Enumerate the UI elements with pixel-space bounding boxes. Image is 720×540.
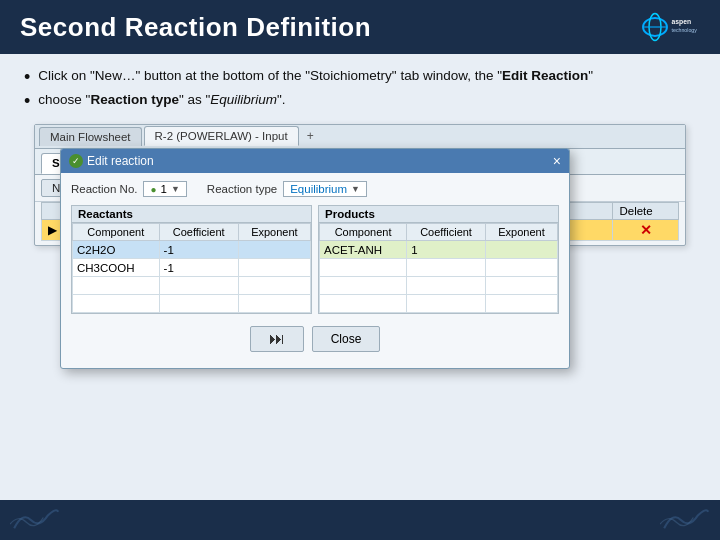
svg-text:aspen: aspen (672, 18, 692, 26)
products-header: Products (319, 206, 558, 223)
product-3-component (320, 277, 407, 295)
reaction-no-check-icon: ● (150, 184, 156, 195)
logo-area: aspen technology (640, 9, 700, 45)
products-table: Component Coefficient Exponent ACET-ANH … (319, 223, 558, 313)
dialog-body: Reaction No. ● 1 ▼ Reaction type Equilib… (61, 173, 569, 368)
reaction-type-dropdown-icon: ▼ (351, 184, 360, 194)
dialog-title: Edit reaction (87, 154, 154, 168)
reactants-col-component: Component (73, 224, 160, 241)
reaction-no-value-box[interactable]: ● 1 ▼ (143, 181, 186, 197)
dialog-top-row: Reaction No. ● 1 ▼ Reaction type Equilib… (71, 181, 559, 197)
product-2-coefficient (407, 259, 486, 277)
dialog-title-area: ✓ Edit reaction (69, 154, 154, 168)
panels-row: Reactants Component Coefficient Exponent… (71, 205, 559, 314)
edit-reaction-dialog: ✓ Edit reaction × Reaction No. ● 1 ▼ Rea… (60, 148, 570, 369)
col-header-delete: Delete (613, 202, 679, 219)
bottom-left-decoration (10, 505, 60, 535)
reaction-type-label: Reaction type (207, 183, 277, 195)
close-button[interactable]: Close (312, 326, 381, 352)
header: Second Reaction Definition aspen technol… (0, 0, 720, 54)
tab-bar: Main Flowsheet R-2 (POWERLAW) - Input + (35, 125, 685, 149)
table-row[interactable]: CH3COOH -1 (73, 259, 311, 277)
bottom-right-decoration (660, 505, 710, 535)
products-col-component: Component (320, 224, 407, 241)
reactant-4-component (73, 295, 160, 313)
product-1-component: ACET-ANH (320, 241, 407, 259)
bottom-decoration (0, 500, 720, 540)
reaction-type-value: Equilibrium (290, 183, 347, 195)
reaction-no-group: Reaction No. ● 1 ▼ (71, 181, 187, 197)
table-row[interactable]: ACET-ANH 1 (320, 241, 558, 259)
product-3-exponent (485, 277, 557, 295)
product-4-component (320, 295, 407, 313)
reaction-no-dropdown-icon: ▼ (171, 184, 180, 194)
reactant-1-component: C2H2O (73, 241, 160, 259)
bullet-dot-2: • (24, 92, 30, 112)
reactant-3-coefficient (159, 277, 238, 295)
aspentech-logo-icon: aspen technology (640, 9, 700, 45)
reactant-1-coefficient: -1 (159, 241, 238, 259)
product-1-exponent (485, 241, 557, 259)
table-row[interactable]: C2H2O -1 (73, 241, 311, 259)
table-row[interactable] (320, 259, 558, 277)
bullet-text-2: choose "Reaction type" as "Equilibrium". (38, 92, 285, 107)
next-icon: ⏭ (269, 330, 285, 347)
reactant-2-coefficient: -1 (159, 259, 238, 277)
tab-r2-input[interactable]: R-2 (POWERLAW) - Input (144, 126, 299, 146)
product-2-component (320, 259, 407, 277)
product-2-exponent (485, 259, 557, 277)
svg-text:technology: technology (672, 27, 698, 33)
reactants-col-exponent: Exponent (238, 224, 310, 241)
product-3-coefficient (407, 277, 486, 295)
reaction-no-label: Reaction No. (71, 183, 137, 195)
product-4-exponent (485, 295, 557, 313)
table-row[interactable] (320, 277, 558, 295)
product-1-coefficient: 1 (407, 241, 486, 259)
products-panel: Products Component Coefficient Exponent … (318, 205, 559, 314)
reactant-4-coefficient (159, 295, 238, 313)
tab-main-flowsheet[interactable]: Main Flowsheet (39, 127, 142, 146)
bullet-text-1: Click on "New…" button at the bottom of … (38, 68, 593, 83)
table-row[interactable] (73, 295, 311, 313)
reactant-3-component (73, 277, 160, 295)
bullet-item-1: • Click on "New…" button at the bottom o… (24, 68, 696, 88)
reactants-panel: Reactants Component Coefficient Exponent… (71, 205, 312, 314)
bullet-list: • Click on "New…" button at the bottom o… (24, 68, 696, 112)
reactants-header: Reactants (72, 206, 311, 223)
table-row[interactable] (73, 277, 311, 295)
table-row[interactable] (320, 295, 558, 313)
reactants-table: Component Coefficient Exponent C2H2O -1 … (72, 223, 311, 313)
dialog-close-button[interactable]: × (553, 153, 561, 169)
products-col-exponent: Exponent (485, 224, 557, 241)
page-title: Second Reaction Definition (20, 12, 371, 43)
products-col-coefficient: Coefficient (407, 224, 486, 241)
bullet-item-2: • choose "Reaction type" as "Equilibrium… (24, 92, 696, 112)
reactant-4-exponent (238, 295, 310, 313)
dialog-check-icon: ✓ (69, 154, 83, 168)
next-button[interactable]: ⏭ (250, 326, 304, 352)
reaction-type-value-box[interactable]: Equilibrium ▼ (283, 181, 367, 197)
reactant-1-exponent (238, 241, 310, 259)
reactant-2-exponent (238, 259, 310, 277)
delete-button[interactable]: ✕ (613, 219, 679, 240)
reaction-type-group: Reaction type Equilibrium ▼ (207, 181, 367, 197)
dialog-title-bar: ✓ Edit reaction × (61, 149, 569, 173)
reactants-col-coefficient: Coefficient (159, 224, 238, 241)
bullet-dot-1: • (24, 68, 30, 88)
reaction-no-value: 1 (161, 183, 167, 195)
reactant-3-exponent (238, 277, 310, 295)
tab-add-button[interactable]: + (301, 127, 320, 145)
product-4-coefficient (407, 295, 486, 313)
dialog-footer: ⏭ Close (71, 320, 559, 360)
reactant-2-component: CH3COOH (73, 259, 160, 277)
